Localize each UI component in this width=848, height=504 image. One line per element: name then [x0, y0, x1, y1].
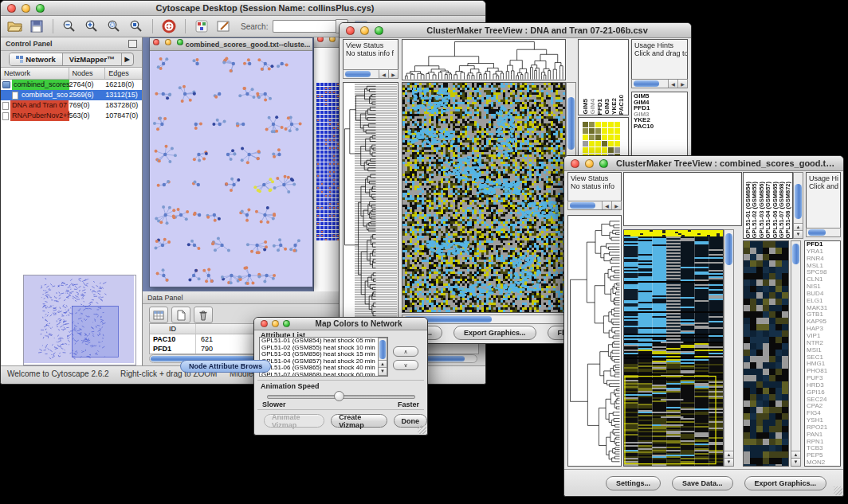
minimize-button[interactable]	[272, 320, 279, 327]
tv2-collabels-vscrollbar[interactable]: ▲▼	[793, 172, 803, 239]
tv2-column-dendrogram[interactable]	[623, 172, 742, 226]
node-attribute-browser-button[interactable]: Node Attribute Brows	[180, 360, 271, 373]
vizmap-icon[interactable]	[193, 18, 210, 34]
network-table-row[interactable]: combined_sco 2569(6) 13112(15)	[1, 90, 142, 100]
column-label[interactable]: GPL51-04 (GSM857)	[764, 182, 771, 238]
dialog-titlebar[interactable]: Map Colors to Network	[254, 318, 427, 330]
tv1-status-scrollbar[interactable]: ◀▶	[343, 69, 398, 79]
main-window-title: Cytoscape Desktop (Session Name: collins…	[45, 3, 485, 13]
column-label[interactable]: PAC10	[618, 95, 625, 115]
tv2-status-scrollbar[interactable]: ◀▶	[567, 201, 622, 210]
delete-attribute-icon[interactable]	[194, 307, 213, 323]
network-edges-count: 16218(0)	[105, 80, 142, 90]
zoom-button[interactable]	[36, 4, 45, 13]
tv2-heatmap[interactable]	[623, 229, 724, 467]
column-label[interactable]: YKE2	[610, 98, 618, 115]
network-frame-main[interactable]: combined_scores_good.txt--cluste...	[149, 37, 313, 287]
birds-eye-canvas[interactable]	[24, 275, 134, 363]
control-panel-tabs: Network VizMapper™ ▶	[1, 51, 142, 68]
treeview1-button[interactable]: Export Graphics...	[453, 326, 536, 340]
annotation-icon[interactable]	[215, 18, 233, 34]
network-canvas[interactable]	[150, 51, 311, 286]
network-table-row[interactable]: combined_scores 2764(0) 16218(0)	[1, 80, 142, 90]
network-frame-titlebar[interactable]: combined_scores_good.txt--cluste...	[150, 38, 312, 51]
toolbar-separator	[185, 19, 186, 33]
tv2-hints-scrollbar[interactable]	[806, 228, 841, 237]
network-table-row[interactable]: DNA and Tran 07 769(0) 183728(0)	[1, 100, 142, 111]
animation-speed-label: Animation Speed	[261, 382, 320, 390]
dialog-button[interactable]: Create Vizmap	[331, 414, 387, 428]
treeview2-titlebar[interactable]: ClusterMaker TreeView : combined_scores_…	[564, 156, 843, 171]
zoom-button[interactable]	[177, 39, 183, 45]
column-label[interactable]: GPL51-08 (GSM872)	[784, 182, 791, 238]
column-label[interactable]: GPL51-06 (GSM865)	[771, 182, 778, 238]
close-button[interactable]	[317, 37, 324, 42]
tv2-zoom-heatmap[interactable]	[743, 240, 789, 467]
tv1-column-labels[interactable]: GIM5GIM4PFD1GIM3YKE2PAC10	[578, 39, 629, 115]
treeview1-titlebar[interactable]: ClusterMaker TreeView : DNA and Tran 07-…	[340, 23, 691, 38]
zoom-button[interactable]	[375, 26, 383, 35]
move-down-button[interactable]: ∨	[393, 360, 418, 370]
zoom-button[interactable]	[283, 320, 290, 327]
treeview2-button[interactable]: Save Data...	[672, 476, 733, 490]
save-icon[interactable]	[28, 18, 45, 34]
search-input[interactable]	[273, 20, 336, 33]
column-label[interactable]: GPL51-03 (GSM856)	[758, 182, 764, 238]
row-label[interactable]: MON2	[807, 459, 840, 467]
close-button[interactable]	[571, 159, 579, 168]
minimize-button[interactable]	[585, 159, 594, 168]
help-lifering-icon[interactable]	[160, 18, 178, 34]
dialog-button[interactable]: Animate Vizmap	[264, 414, 324, 428]
tv1-heatmap[interactable]	[402, 82, 566, 313]
resize-grip[interactable]	[418, 425, 426, 434]
birds-eye-view[interactable]	[23, 275, 136, 365]
zoom-out-icon[interactable]	[61, 18, 78, 34]
close-button[interactable]	[346, 26, 355, 35]
zoom-selected-icon[interactable]	[105, 18, 123, 34]
slider-thumb[interactable]	[334, 391, 344, 401]
move-up-button[interactable]: ∧	[393, 346, 418, 357]
tv1-hints-scrollbar[interactable]: ◀▶	[631, 79, 688, 88]
close-button[interactable]	[153, 39, 159, 45]
treeview2-button[interactable]: Settings...	[606, 476, 661, 490]
column-label[interactable]: PFD1	[596, 99, 603, 115]
tab-overflow-arrow[interactable]: ▶	[122, 53, 133, 65]
tv2-column-labels[interactable]: GPL51-01 (GSM854)GPL51-02 (GSM855)GPL51-…	[743, 172, 793, 239]
select-attributes-icon[interactable]	[149, 307, 168, 323]
close-button[interactable]	[7, 4, 16, 13]
tab-vizmapper[interactable]: VizMapper™	[63, 53, 122, 65]
attribute-list-scrollbar[interactable]: ▲▼	[378, 338, 387, 376]
control-panel: Control Panel Network VizMapper™ ▶	[1, 37, 143, 366]
attribute-list[interactable]: GPL51-01 (GSM854) heat shock 05 minGPL51…	[259, 337, 388, 377]
column-label[interactable]: GIM3	[603, 99, 610, 115]
float-panel-icon[interactable]	[128, 40, 137, 48]
minimize-button[interactable]	[22, 4, 30, 13]
gene-list-item[interactable]: PAC10	[634, 123, 685, 130]
attribute-list-item[interactable]: GPL51-07 (GSM868) heat shock 60 min	[261, 372, 387, 377]
tv1-column-dendrogram[interactable]	[402, 39, 566, 80]
network-table-row[interactable]: RNAPuberNov2+f 563(0) 107847(0)	[1, 111, 142, 121]
tab-network[interactable]: Network	[10, 53, 62, 65]
zoom-button[interactable]	[599, 159, 608, 168]
minimize-button[interactable]	[165, 39, 171, 45]
column-label[interactable]: GPL51-02 (GSM855)	[751, 182, 757, 238]
tv1-row-dendrogram[interactable]	[343, 82, 398, 319]
column-label[interactable]: GIM4	[589, 99, 596, 115]
network-frame-title: combined_scores_good.txt--cluste...	[183, 41, 312, 49]
new-attribute-icon[interactable]	[171, 307, 190, 323]
search-combobox[interactable]: ▼	[273, 19, 348, 33]
network-table-header[interactable]: Network Nodes Edges	[1, 68, 142, 80]
minimize-button[interactable]	[360, 26, 369, 35]
zoom-fit-icon[interactable]	[128, 18, 145, 34]
treeview2-button[interactable]: Export Graphics...	[744, 476, 827, 490]
main-titlebar[interactable]: Cytoscape Desktop (Session Name: collins…	[1, 1, 485, 16]
close-button[interactable]	[261, 320, 268, 327]
tv2-zoom-vscrollbar[interactable]: ▲▼	[791, 240, 801, 467]
tv2-heatmap-vscrollbar[interactable]: ▲▼	[724, 229, 734, 467]
zoom-in-icon[interactable]	[83, 18, 100, 34]
resize-grip[interactable]	[834, 486, 842, 495]
open-folder-icon[interactable]	[6, 18, 23, 34]
column-label[interactable]: GIM5	[582, 99, 589, 115]
minimize-button[interactable]	[329, 37, 336, 42]
tv2-row-dendrogram[interactable]	[567, 215, 622, 467]
